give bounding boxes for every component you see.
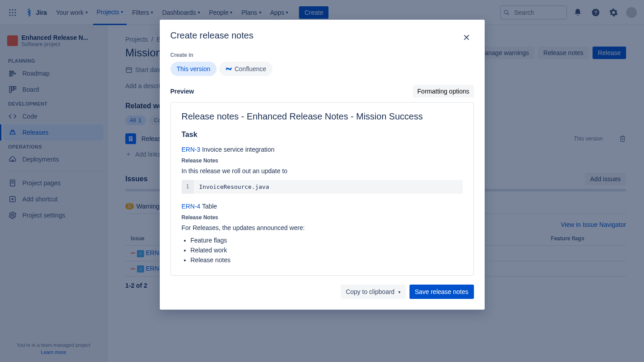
save-release-notes-button[interactable]: Save release notes bbox=[409, 285, 474, 299]
preview-label: Preview bbox=[171, 88, 194, 95]
preview-box: Release notes - Enhanced Release Notes -… bbox=[171, 102, 474, 276]
list-item: Feature flags bbox=[191, 237, 463, 244]
preview-issue-1-title: ERN-3 Invoice service integration bbox=[182, 146, 463, 153]
list-item: Related work bbox=[191, 247, 463, 254]
create-release-notes-modal: Create release notes ✕ Create in This ve… bbox=[160, 20, 485, 310]
code-content: InvoiceResource.java bbox=[194, 180, 275, 194]
issue-1-body: In this release we roll out an update to bbox=[182, 167, 463, 175]
copy-to-clipboard-button[interactable]: Copy to clipboard ▾ bbox=[341, 285, 406, 299]
create-in-label: Create in bbox=[171, 52, 474, 58]
issue-2-body: For Releases, the updates announced were… bbox=[182, 224, 463, 231]
close-button[interactable]: ✕ bbox=[460, 30, 474, 45]
release-notes-label: Release Notes bbox=[182, 158, 463, 164]
toggle-this-version[interactable]: This version bbox=[171, 62, 217, 76]
code-line-number: 1 bbox=[182, 180, 194, 194]
release-notes-label: Release Notes bbox=[182, 214, 463, 221]
list-item: Release notes bbox=[191, 256, 463, 264]
chevron-down-icon: ▾ bbox=[398, 290, 401, 294]
formatting-options-button[interactable]: Formatting options bbox=[413, 85, 474, 98]
code-block: 1 InvoiceResource.java bbox=[182, 180, 463, 194]
issue-link[interactable]: ERN-3 bbox=[182, 146, 200, 153]
confluence-icon bbox=[226, 66, 232, 72]
issue-2-bullets: Feature flags Related work Release notes bbox=[182, 237, 463, 264]
toggle-confluence[interactable]: Confluence bbox=[219, 62, 273, 76]
issue-link[interactable]: ERN-4 bbox=[182, 203, 200, 210]
modal-title: Create release notes bbox=[171, 30, 254, 41]
preview-issue-2-title: ERN-4 Table bbox=[182, 203, 463, 210]
close-icon: ✕ bbox=[463, 33, 470, 43]
modal-overlay: Create release notes ✕ Create in This ve… bbox=[0, 0, 644, 362]
preview-title: Release notes - Enhanced Release Notes -… bbox=[182, 111, 463, 122]
preview-section-task: Task bbox=[182, 131, 463, 139]
